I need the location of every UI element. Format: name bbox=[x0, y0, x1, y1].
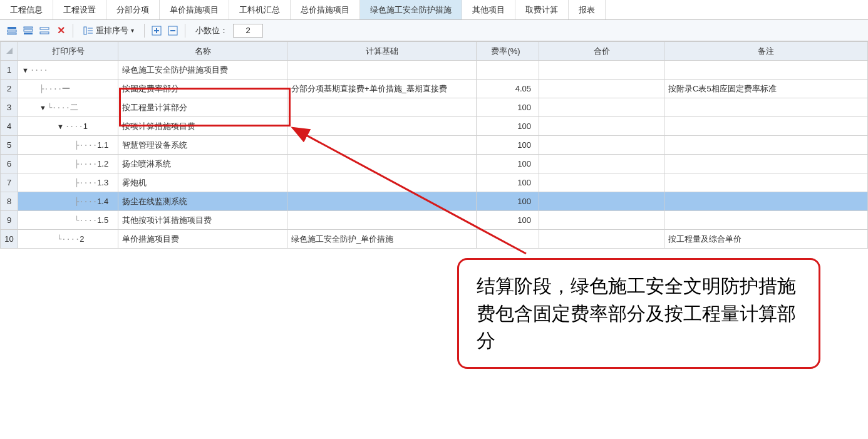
table-row[interactable]: 10└····2单价措施项目费绿色施工安全防护_单价措施按工程量及综合单价 bbox=[1, 230, 868, 249]
total-cell[interactable] bbox=[539, 117, 664, 136]
remark-cell[interactable] bbox=[664, 192, 868, 211]
print-sequence-cell[interactable]: ▼···· bbox=[18, 61, 118, 80]
name-cell[interactable]: 绿色施工安全防护措施项目费 bbox=[118, 61, 287, 80]
name-cell[interactable]: 扬尘在线监测系统 bbox=[118, 192, 287, 211]
row-number[interactable]: 10 bbox=[1, 230, 18, 249]
tab-total-price-measures[interactable]: 总价措施项目 bbox=[291, 0, 360, 19]
row-insert-below-icon[interactable] bbox=[21, 24, 35, 38]
tab-fee-calculation[interactable]: 取费计算 bbox=[515, 0, 569, 19]
remark-cell[interactable]: 按工程量及综合单价 bbox=[664, 230, 868, 249]
col-total[interactable]: 合价 bbox=[539, 42, 664, 61]
calc-basis-cell[interactable]: 分部分项基期直接费+单价措施_基期直接费 bbox=[287, 80, 477, 98]
print-sequence-cell[interactable]: └····2 bbox=[18, 230, 118, 249]
total-cell[interactable] bbox=[539, 192, 664, 211]
calc-basis-cell[interactable] bbox=[287, 61, 477, 80]
name-cell[interactable]: 按项计算措施项目费 bbox=[118, 117, 287, 136]
rate-cell[interactable] bbox=[477, 230, 539, 249]
print-sequence-cell[interactable]: └····1.5 bbox=[18, 211, 118, 230]
calc-basis-cell[interactable] bbox=[287, 211, 477, 230]
print-sequence-cell[interactable]: ├····1.1 bbox=[18, 136, 118, 155]
expand-toggle-icon[interactable]: ▼ bbox=[39, 104, 46, 111]
total-cell[interactable] bbox=[539, 211, 664, 230]
table-row[interactable]: 8├····1.4扬尘在线监测系统100 bbox=[1, 192, 868, 211]
total-cell[interactable] bbox=[539, 136, 664, 155]
rate-cell[interactable]: 100 bbox=[477, 192, 539, 211]
total-cell[interactable] bbox=[539, 61, 664, 80]
rate-cell[interactable]: 100 bbox=[477, 117, 539, 136]
remark-cell[interactable] bbox=[664, 211, 868, 230]
row-number[interactable]: 6 bbox=[1, 155, 18, 173]
table-row[interactable]: 4▼····1按项计算措施项目费100 bbox=[1, 117, 868, 136]
col-remark[interactable]: 备注 bbox=[664, 42, 868, 61]
rate-cell[interactable]: 100 bbox=[477, 173, 539, 192]
tab-reports[interactable]: 报表 bbox=[569, 0, 606, 19]
print-sequence-cell[interactable]: ├····1.4 bbox=[18, 192, 118, 211]
total-cell[interactable] bbox=[539, 80, 664, 98]
print-sequence-cell[interactable]: ├····1.3 bbox=[18, 173, 118, 192]
name-cell[interactable]: 智慧管理设备系统 bbox=[118, 136, 287, 155]
table-row[interactable]: 1▼····绿色施工安全防护措施项目费 bbox=[1, 61, 868, 80]
total-cell[interactable] bbox=[539, 230, 664, 249]
table-row[interactable]: 2├····一按固定费率部分分部分项基期直接费+单价措施_基期直接费4.05按附… bbox=[1, 80, 868, 98]
rate-cell[interactable]: 100 bbox=[477, 155, 539, 173]
rate-cell[interactable] bbox=[477, 61, 539, 80]
row-number[interactable]: 7 bbox=[1, 173, 18, 192]
table-row[interactable]: 3▼└····二按工程量计算部分100 bbox=[1, 98, 868, 117]
row-number[interactable]: 3 bbox=[1, 98, 18, 117]
col-name[interactable]: 名称 bbox=[118, 42, 287, 61]
remark-cell[interactable] bbox=[664, 98, 868, 117]
name-cell[interactable]: 扬尘喷淋系统 bbox=[118, 155, 287, 173]
rate-cell[interactable]: 100 bbox=[477, 136, 539, 155]
table-row[interactable]: 5├····1.1智慧管理设备系统100 bbox=[1, 136, 868, 155]
calc-basis-cell[interactable] bbox=[287, 136, 477, 155]
row-number[interactable]: 2 bbox=[1, 80, 18, 98]
remark-cell[interactable]: 按附录C表5相应固定费率标准 bbox=[664, 80, 868, 98]
tab-sections[interactable]: 分部分项 bbox=[106, 0, 160, 19]
delete-icon[interactable]: ✕ bbox=[54, 24, 68, 38]
table-row[interactable]: 7├····1.3雾炮机100 bbox=[1, 173, 868, 192]
name-cell[interactable]: 雾炮机 bbox=[118, 173, 287, 192]
name-cell[interactable]: 其他按项计算措施项目费 bbox=[118, 211, 287, 230]
name-cell[interactable]: 按固定费率部分 bbox=[118, 80, 287, 98]
calc-basis-cell[interactable] bbox=[287, 98, 477, 117]
rate-cell[interactable]: 4.05 bbox=[477, 80, 539, 98]
calc-basis-cell[interactable] bbox=[287, 173, 477, 192]
row-duplicate-icon[interactable] bbox=[38, 24, 51, 38]
table-row[interactable]: 6├····1.2扬尘喷淋系统100 bbox=[1, 155, 868, 173]
remark-cell[interactable] bbox=[664, 136, 868, 155]
calc-basis-cell[interactable] bbox=[287, 155, 477, 173]
tab-project-settings[interactable]: 工程设置 bbox=[53, 0, 106, 19]
calc-basis-cell[interactable] bbox=[287, 117, 477, 136]
name-cell[interactable]: 按工程量计算部分 bbox=[118, 98, 287, 117]
row-number[interactable]: 9 bbox=[1, 211, 18, 230]
tab-unit-price-measures[interactable]: 单价措施项目 bbox=[160, 0, 229, 19]
col-rate[interactable]: 费率(%) bbox=[477, 42, 539, 61]
remark-cell[interactable] bbox=[664, 155, 868, 173]
tab-material-summary[interactable]: 工料机汇总 bbox=[229, 0, 291, 19]
table-row[interactable]: 9└····1.5其他按项计算措施项目费100 bbox=[1, 211, 868, 230]
rate-cell[interactable]: 100 bbox=[477, 98, 539, 117]
reorder-dropdown[interactable]: 重排序号 ▾ bbox=[78, 24, 139, 38]
expand-toggle-icon[interactable]: ▼ bbox=[22, 66, 29, 74]
tab-other-projects[interactable]: 其他项目 bbox=[462, 0, 515, 19]
print-sequence-cell[interactable]: ▼└····二 bbox=[18, 98, 118, 117]
calc-basis-cell[interactable]: 绿色施工安全防护_单价措施 bbox=[287, 230, 477, 249]
row-number[interactable]: 8 bbox=[1, 192, 18, 211]
name-cell[interactable]: 单价措施项目费 bbox=[118, 230, 287, 249]
tab-green-construction-safety[interactable]: 绿色施工安全防护措施 bbox=[360, 0, 462, 19]
print-sequence-cell[interactable]: ├····1.2 bbox=[18, 155, 118, 173]
corner-cell[interactable] bbox=[1, 42, 18, 61]
calc-basis-cell[interactable] bbox=[287, 192, 477, 211]
decimal-input[interactable] bbox=[233, 24, 263, 38]
total-cell[interactable] bbox=[539, 98, 664, 117]
zoom-in-icon[interactable] bbox=[150, 24, 163, 38]
remark-cell[interactable] bbox=[664, 117, 868, 136]
remark-cell[interactable] bbox=[664, 61, 868, 80]
tab-project-info[interactable]: 工程信息 bbox=[0, 0, 53, 19]
row-number[interactable]: 1 bbox=[1, 61, 18, 80]
col-print[interactable]: 打印序号 bbox=[18, 42, 118, 61]
total-cell[interactable] bbox=[539, 173, 664, 192]
row-number[interactable]: 4 bbox=[1, 117, 18, 136]
print-sequence-cell[interactable]: ▼····1 bbox=[18, 117, 118, 136]
rate-cell[interactable]: 100 bbox=[477, 211, 539, 230]
